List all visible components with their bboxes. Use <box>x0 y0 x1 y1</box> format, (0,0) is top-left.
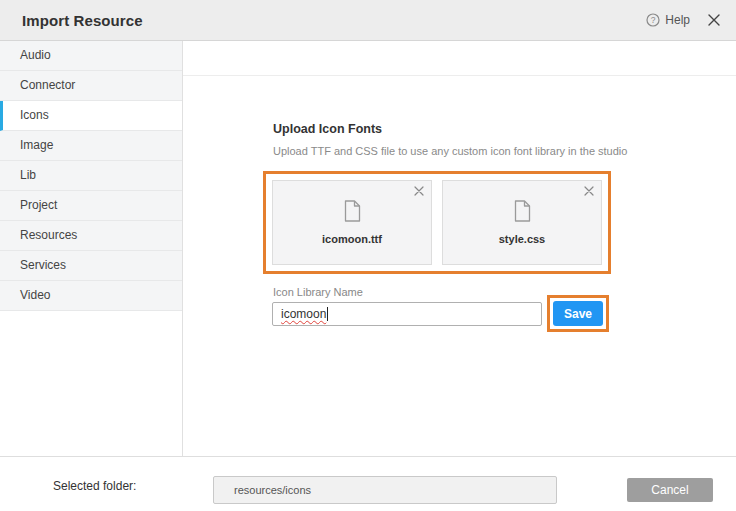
file-name: style.css <box>499 233 545 245</box>
help-button[interactable]: ? Help <box>646 13 690 27</box>
svg-text:?: ? <box>651 15 656 25</box>
upload-heading: Upload Icon Fonts <box>273 122 736 136</box>
file-card-css: style.css <box>442 180 602 265</box>
save-button[interactable]: Save <box>553 301 603 326</box>
library-name-row: icomoon Save <box>272 302 736 332</box>
sidebar-item-project[interactable]: Project <box>0 191 182 221</box>
remove-file-button[interactable] <box>584 186 594 196</box>
help-circle-icon: ? <box>646 13 660 27</box>
file-name: icomoon.ttf <box>322 233 382 245</box>
uploaded-files-highlight: icomoon.ttf style.css <box>263 171 611 274</box>
upload-description: Upload TTF and CSS file to use any custo… <box>273 145 736 157</box>
selected-folder-label: Selected folder: <box>53 479 136 493</box>
header-actions: ? Help <box>646 13 736 27</box>
sidebar-item-icons[interactable]: Icons <box>0 101 182 131</box>
content-divider <box>183 75 736 76</box>
file-card-ttf: icomoon.ttf <box>272 180 432 265</box>
sidebar-item-resources[interactable]: Resources <box>0 221 182 251</box>
icon-library-name-value: icomoon <box>281 307 326 321</box>
dialog-body: Audio Connector Icons Image Lib Project … <box>0 41 736 456</box>
sidebar-item-lib[interactable]: Lib <box>0 161 182 191</box>
sidebar-item-connector[interactable]: Connector <box>0 71 182 101</box>
close-icon <box>707 13 721 27</box>
document-icon <box>344 200 361 226</box>
sidebar-item-video[interactable]: Video <box>0 281 182 311</box>
help-label: Help <box>665 13 690 27</box>
resource-type-sidebar: Audio Connector Icons Image Lib Project … <box>0 41 183 456</box>
close-button[interactable] <box>707 13 721 27</box>
save-button-highlight: Save <box>547 295 609 332</box>
dialog-footer: Selected folder: Cancel <box>0 456 736 511</box>
remove-file-button[interactable] <box>414 186 424 196</box>
icon-library-name-label: Icon Library Name <box>273 286 736 298</box>
text-caret <box>327 307 328 321</box>
sidebar-item-services[interactable]: Services <box>0 251 182 281</box>
sidebar-item-audio[interactable]: Audio <box>0 41 182 71</box>
selected-folder-input[interactable] <box>213 476 557 504</box>
cancel-button[interactable]: Cancel <box>627 478 713 502</box>
icon-library-name-input[interactable]: icomoon <box>272 302 542 326</box>
document-icon <box>514 200 531 226</box>
dialog-title: Import Resource <box>0 12 143 29</box>
icons-panel: Upload Icon Fonts Upload TTF and CSS fil… <box>183 41 736 456</box>
sidebar-item-image[interactable]: Image <box>0 131 182 161</box>
import-resource-dialog: Import Resource ? Help <box>0 0 736 511</box>
dialog-header: Import Resource ? Help <box>0 0 736 41</box>
